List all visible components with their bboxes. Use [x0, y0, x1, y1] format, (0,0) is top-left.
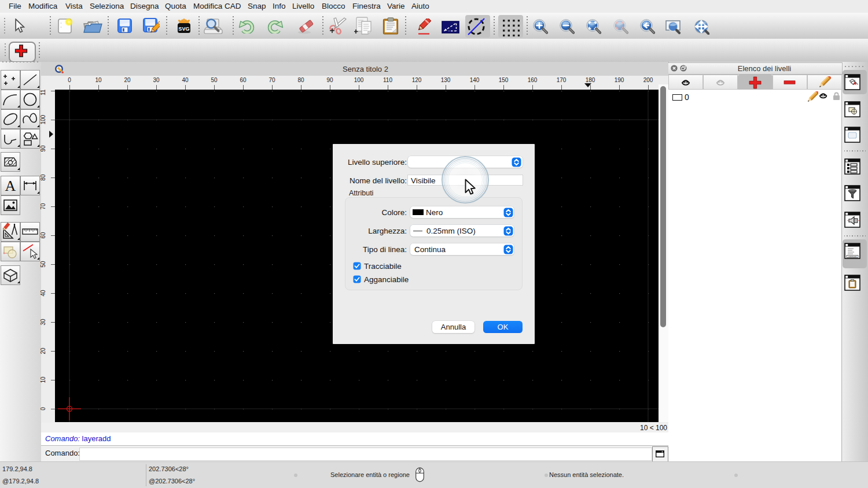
svg-text:SVG: SVG	[178, 26, 190, 32]
svg-text:command: command	[848, 256, 856, 258]
